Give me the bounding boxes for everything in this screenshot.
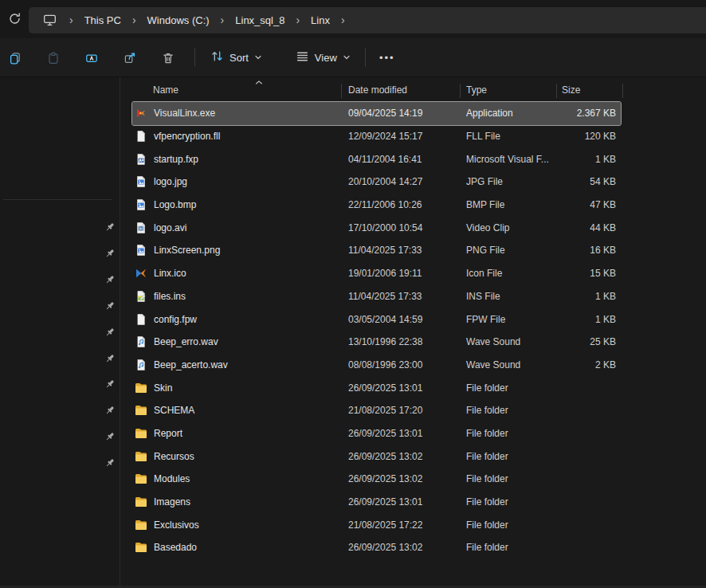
- share-button[interactable]: [116, 44, 143, 71]
- date-modified-cell: 11/04/2025 17:33: [341, 291, 460, 302]
- breadcrumb-chevron-icon[interactable]: ›: [341, 14, 345, 26]
- chevron-down-icon: [343, 52, 351, 64]
- chevron-down-icon: [254, 52, 262, 64]
- date-modified-cell: 03/05/2004 14:59: [341, 314, 460, 325]
- file-name: Report: [154, 428, 182, 439]
- file-name-cell: Imagens: [132, 496, 341, 508]
- type-cell: File folder: [460, 519, 556, 531]
- column-separator[interactable]: [341, 84, 342, 98]
- ellipsis-icon: •••: [379, 52, 395, 64]
- type-cell: FPW File: [460, 314, 556, 325]
- file-row[interactable]: logo.jpg20/10/2004 14:27JPG File54 KB: [132, 171, 621, 194]
- column-header-size[interactable]: Size: [562, 84, 580, 96]
- file-row[interactable]: VisualLinx.exe09/04/2025 14:19Applicatio…: [132, 102, 621, 125]
- column-separator[interactable]: [556, 84, 557, 98]
- column-separator[interactable]: [622, 84, 623, 98]
- copy-icon: [9, 51, 22, 64]
- date-modified-cell: 26/09/2025 13:01: [341, 382, 460, 394]
- file-name-cell: logo.avi: [132, 221, 341, 234]
- file-name: Imagens: [154, 496, 190, 508]
- delete-button[interactable]: [155, 44, 182, 71]
- file-name-cell: Beep_acerto.wav: [132, 359, 341, 371]
- file-name: Basedado: [154, 542, 197, 553]
- more-options-button[interactable]: •••: [373, 44, 402, 71]
- type-cell: PNG File: [460, 245, 556, 256]
- type-cell: Microsoft Visual F...: [460, 154, 556, 165]
- file-name-cell: Recursos: [132, 450, 341, 463]
- file-name-cell: Report: [132, 427, 341, 440]
- file-row[interactable]: Beep_acerto.wav08/08/1996 23:00Wave Soun…: [132, 354, 621, 377]
- file-row[interactable]: vfpencryption.fll12/09/2024 15:17FLL Fil…: [132, 125, 621, 148]
- file-name-cell: logo.jpg: [132, 175, 341, 188]
- document-icon: [135, 313, 147, 326]
- breadcrumb-chevron-icon[interactable]: ›: [69, 14, 73, 26]
- breadcrumb-item[interactable]: Linx: [308, 13, 332, 28]
- rename-button[interactable]: [78, 44, 105, 71]
- monitor-icon[interactable]: [42, 14, 57, 27]
- file-row[interactable]: Logo.bmp22/11/2006 10:26BMP File47 KB: [132, 194, 621, 217]
- breadcrumb-items: ›This PC›Windows (C:)›Linx_sql_8›Linx›: [61, 14, 354, 26]
- pin-icon: [104, 221, 116, 233]
- breadcrumb-item[interactable]: This PC: [82, 13, 124, 28]
- column-header-date-modified[interactable]: Date modified: [348, 84, 407, 96]
- folder-row[interactable]: Modules26/09/2025 13:02File folder: [132, 468, 621, 491]
- file-name-cell: files.ins: [132, 290, 341, 303]
- file-row[interactable]: Linx.ico19/01/2006 19:11Icon File15 KB: [132, 262, 621, 285]
- file-row[interactable]: startup.fxp04/11/2004 16:41Microsoft Vis…: [132, 147, 621, 171]
- file-row[interactable]: files.ins11/04/2025 17:33INS File1 KB: [132, 285, 621, 308]
- file-row[interactable]: config.fpw03/05/2004 14:59FPW File1 KB: [132, 308, 621, 331]
- type-cell: File folder: [460, 542, 556, 553]
- file-name-cell: Logo.bmp: [132, 198, 341, 211]
- date-modified-cell: 22/11/2006 10:26: [341, 199, 460, 210]
- file-name: files.ins: [154, 291, 186, 302]
- column-separator[interactable]: [460, 84, 461, 98]
- pin-icon: [104, 430, 116, 443]
- file-name-cell: Basedado: [132, 541, 341, 554]
- breadcrumb-chevron-icon[interactable]: ›: [132, 14, 136, 26]
- file-name: Beep_erro.wav: [154, 336, 218, 347]
- date-modified-cell: 26/09/2025 13:02: [341, 542, 460, 553]
- file-row[interactable]: logo.avi17/10/2000 10:54Video Clip44 KB: [132, 216, 621, 239]
- paste-button[interactable]: [40, 44, 67, 71]
- folder-icon: [135, 427, 147, 440]
- type-cell: BMP File: [460, 199, 556, 210]
- file-row[interactable]: Beep_erro.wav13/10/1996 22:38Wave Sound2…: [132, 331, 621, 354]
- file-row[interactable]: LinxScreen.png11/04/2025 17:33PNG File16…: [132, 239, 621, 262]
- folder-row[interactable]: Recursos26/09/2025 13:02File folder: [132, 445, 621, 468]
- type-cell: INS File: [460, 291, 556, 302]
- breadcrumb-item[interactable]: Linx_sql_8: [233, 13, 287, 28]
- navigation-pane: [0, 77, 120, 588]
- column-header-type[interactable]: Type: [466, 84, 487, 96]
- date-modified-cell: 11/04/2025 17:33: [341, 245, 460, 256]
- folder-icon: [135, 541, 147, 554]
- pin-icon: [104, 273, 116, 286]
- folder-row[interactable]: SCHEMA21/08/2025 17:20File folder: [132, 399, 621, 422]
- file-name-cell: Modules: [132, 472, 341, 485]
- column-header-name[interactable]: Name: [153, 84, 178, 96]
- type-cell: Video Clip: [460, 222, 556, 233]
- folder-row[interactable]: Report26/09/2025 13:01File folder: [132, 422, 621, 445]
- date-modified-cell: 04/11/2004 16:41: [341, 154, 460, 165]
- file-name-cell: LinxScreen.png: [132, 244, 341, 257]
- trash-icon: [162, 51, 175, 64]
- type-cell: JPG File: [460, 176, 556, 187]
- breadcrumb-chevron-icon[interactable]: ›: [296, 14, 300, 26]
- size-cell: 1 KB: [556, 154, 621, 165]
- copy-button[interactable]: [2, 44, 29, 71]
- breadcrumb: ›This PC›Windows (C:)›Linx_sql_8›Linx›: [29, 7, 706, 33]
- folder-row[interactable]: Skin26/09/2025 13:01File folder: [132, 376, 621, 399]
- refresh-button[interactable]: [5, 10, 24, 29]
- breadcrumb-item[interactable]: Windows (C:): [145, 13, 212, 28]
- sort-button[interactable]: Sort: [202, 44, 270, 71]
- breadcrumb-chevron-icon[interactable]: ›: [221, 14, 225, 26]
- type-cell: File folder: [460, 473, 556, 484]
- pin-icon: [104, 326, 116, 339]
- view-button[interactable]: View: [288, 44, 359, 71]
- folder-row[interactable]: Imagens26/09/2025 13:01File folder: [132, 491, 621, 514]
- folder-icon: [135, 472, 147, 485]
- pin-icon: [104, 247, 116, 260]
- folder-row[interactable]: Basedado26/09/2025 13:02File folder: [132, 536, 621, 559]
- folder-row[interactable]: Exclusivos21/08/2025 17:22File folder: [132, 513, 621, 536]
- type-cell: File folder: [460, 428, 556, 439]
- size-cell: 54 KB: [556, 176, 621, 187]
